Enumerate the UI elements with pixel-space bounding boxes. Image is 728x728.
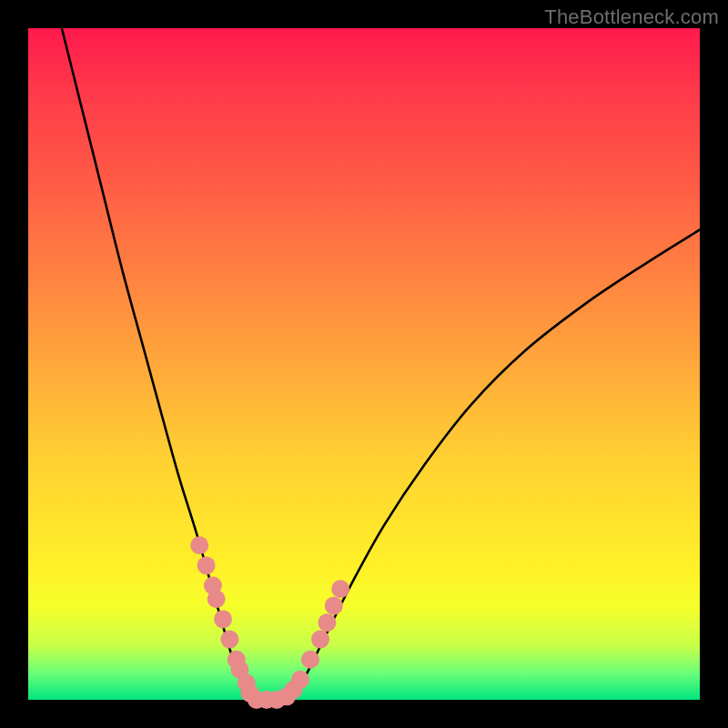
plot-area xyxy=(28,28,700,700)
chart-svg xyxy=(28,28,700,700)
data-dot xyxy=(220,631,238,649)
watermark-text: TheBottleneck.com xyxy=(544,5,719,29)
outer-frame: TheBottleneck.com xyxy=(0,0,728,728)
data-dot xyxy=(291,671,309,689)
data-dot xyxy=(311,631,329,649)
curve-group xyxy=(62,28,700,702)
data-dot xyxy=(325,597,343,615)
data-dot xyxy=(318,613,336,632)
bottleneck-curve xyxy=(62,28,700,702)
data-dot xyxy=(190,536,208,554)
data-dot xyxy=(197,556,216,574)
dots-group xyxy=(190,536,349,709)
data-dot xyxy=(207,590,226,608)
data-dot xyxy=(331,580,349,598)
data-dot xyxy=(214,610,232,628)
data-dot xyxy=(301,651,319,669)
